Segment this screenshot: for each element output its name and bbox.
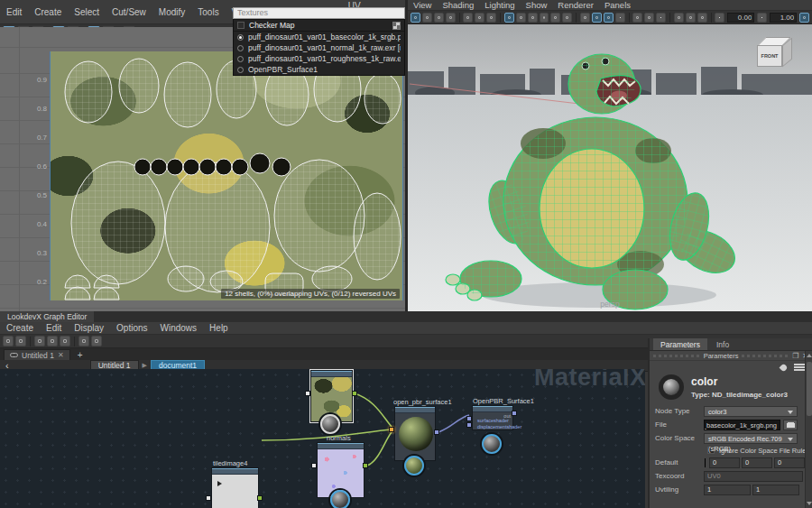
exposure-icon[interactable] (715, 13, 724, 23)
motion-blur-icon[interactable] (656, 13, 666, 23)
exposure-field[interactable] (727, 13, 754, 23)
add-node-icon[interactable] (15, 336, 26, 346)
ld-menu-create[interactable]: Create (0, 322, 40, 334)
resolution-gate-icon[interactable] (528, 13, 538, 23)
scroll-up-icon[interactable] (807, 354, 812, 357)
uvtiling-u-field[interactable] (704, 485, 751, 495)
texture-item-roughness[interactable]: puff_dinosaur01_var01_roughness_1k_raw.e… (234, 53, 404, 64)
default-r-field[interactable] (709, 457, 740, 468)
default-color-swatch[interactable] (704, 457, 706, 468)
node-swatch-sphere[interactable] (320, 414, 340, 434)
uv-menu-cutsew[interactable]: Cut/Sew (106, 6, 152, 18)
camera-attributes-icon[interactable] (434, 13, 444, 23)
default-g-field[interactable] (742, 457, 772, 468)
node-open-pbr-surface1[interactable] (394, 406, 436, 461)
float-panel-icon[interactable]: ❐ (792, 352, 798, 360)
isolate-select-icon[interactable] (674, 13, 684, 23)
node-swatch-sphere[interactable] (404, 456, 424, 476)
node-swatch-sphere[interactable] (330, 490, 350, 508)
node-header[interactable] (473, 406, 512, 412)
displacementshader-row[interactable]: displacementshader (477, 424, 521, 429)
tab-parameters[interactable]: Parameters (653, 338, 707, 350)
bookmark-icon[interactable] (446, 13, 456, 23)
input-port[interactable] (305, 391, 310, 396)
uv-menu-tools[interactable]: Tools (191, 6, 225, 18)
pin-icon[interactable] (780, 363, 789, 372)
ld-menu-edit[interactable]: Edit (40, 322, 68, 334)
gamma-field[interactable] (770, 13, 797, 23)
vp-menu-show[interactable]: Show (521, 0, 553, 10)
lights-icon[interactable] (615, 13, 625, 23)
drag-handle[interactable] (653, 355, 700, 357)
radio-icon[interactable] (237, 67, 244, 73)
lock-camera-icon[interactable] (422, 13, 432, 23)
create-node-icon[interactable] (3, 336, 14, 346)
output-port[interactable] (352, 391, 357, 396)
ao-icon[interactable] (644, 13, 654, 23)
shaded-icon[interactable] (592, 13, 602, 23)
parameters-scrollbar[interactable] (805, 351, 812, 508)
vp-menu-lighting[interactable]: Lighting (479, 0, 520, 10)
input-port[interactable] (311, 463, 317, 468)
output-port[interactable] (512, 411, 517, 416)
texture-search-input[interactable] (233, 7, 405, 19)
safe-action-icon[interactable] (550, 13, 560, 23)
colorspace-select[interactable]: sRGB Encoded Rec.709 (sRGB) (704, 433, 798, 444)
node-header[interactable] (318, 443, 364, 449)
texcoord-field[interactable] (704, 471, 803, 482)
wireframe-icon[interactable] (580, 13, 590, 23)
texture-item-checker-map[interactable]: Checker Map (234, 20, 404, 32)
uv-menu-create[interactable]: Create (28, 6, 68, 18)
frame-selection-icon[interactable] (78, 336, 89, 346)
view-cube-front-face[interactable]: FRONT (757, 45, 782, 67)
default-b-field[interactable] (774, 457, 805, 468)
node-openpbr-surface1[interactable]: out surfaceshader displacementshader (472, 405, 513, 430)
view-cube[interactable]: FRONT (754, 35, 796, 77)
browse-folder-icon[interactable] (783, 420, 798, 430)
film-gate-icon[interactable] (516, 13, 526, 23)
radio-selected-icon[interactable] (237, 34, 244, 41)
image-plane-icon[interactable] (463, 13, 473, 23)
select-camera-icon[interactable] (411, 13, 420, 23)
parameters-section-bar[interactable]: Parameters ❐ ✕ (650, 351, 812, 361)
node-header[interactable] (311, 371, 352, 377)
menu-icon[interactable] (794, 364, 805, 371)
node-graph-canvas[interactable]: MaterialX tiledimage4 color (0, 369, 645, 508)
xray-icon[interactable] (686, 13, 696, 23)
vp-menu-view[interactable]: View (408, 0, 437, 10)
viewport-canvas[interactable]: FRONT persp (408, 24, 812, 311)
ld-menu-windows[interactable]: Windows (154, 322, 204, 334)
pan-zoom-icon[interactable] (475, 13, 484, 23)
layout-vertical-icon[interactable] (47, 336, 58, 346)
input-port[interactable] (206, 495, 211, 501)
surfaceshader-row[interactable]: surfaceshader (477, 418, 509, 423)
soloing-icon[interactable] (91, 336, 102, 346)
ld-menu-help[interactable]: Help (203, 322, 235, 334)
node-header[interactable] (395, 407, 435, 413)
layout-grid-icon[interactable] (504, 13, 514, 23)
output-port[interactable] (363, 463, 368, 468)
output-port[interactable] (434, 429, 439, 435)
texture-item-openpbr[interactable]: OpenPBR_Surface1 (234, 64, 404, 75)
input-port[interactable] (466, 416, 472, 421)
vp-menu-panels[interactable]: Panels (599, 0, 636, 10)
checkbox-icon[interactable] (237, 22, 245, 29)
texture-item-basecolor[interactable]: puff_dinosaur01_var01_basecolor_1k_srgb.… (234, 32, 404, 42)
shadows-icon[interactable] (632, 13, 642, 23)
node-header[interactable] (212, 468, 258, 475)
drag-handle[interactable] (742, 355, 789, 357)
file-path-field[interactable]: osaur01_var01_basecolor_1k_srgb.png (704, 420, 780, 430)
vp-menu-shading[interactable]: Shading (437, 0, 479, 10)
gamma-icon[interactable] (757, 13, 767, 23)
graph-tab-untitled1[interactable]: Untitled 1 ✕ (4, 349, 70, 360)
node-swatch-sphere[interactable] (482, 434, 502, 454)
textured-icon[interactable] (604, 13, 614, 23)
lookdevx-title-tab[interactable]: LookdevX Graph Editor (0, 311, 94, 322)
new-tab-button[interactable]: + (70, 350, 90, 360)
texture-item-normal[interactable]: puff_dinosaur01_var01_normal_1k_raw.exr … (234, 42, 404, 53)
uvtiling-v-field[interactable] (752, 485, 799, 495)
gate-mask-icon[interactable] (540, 13, 549, 23)
radio-icon[interactable] (237, 56, 244, 62)
close-tab-icon[interactable]: ✕ (58, 352, 64, 359)
input-port[interactable] (466, 422, 472, 428)
